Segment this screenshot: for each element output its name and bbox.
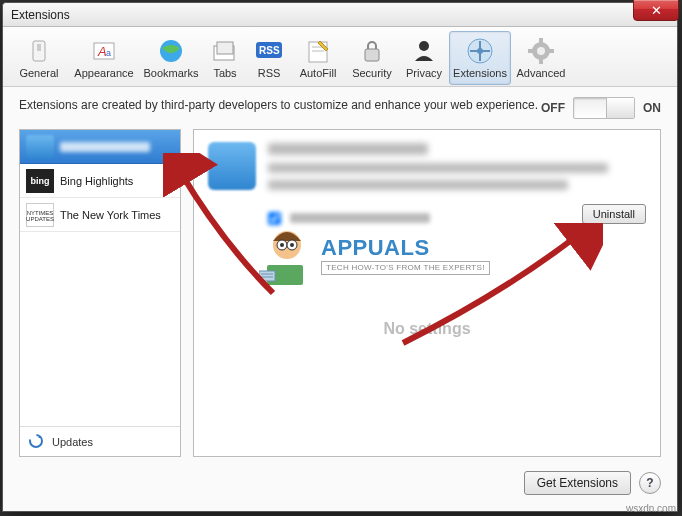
sidebar-spacer [20,232,180,426]
get-extensions-button[interactable]: Get Extensions [524,471,631,495]
extension-title-block [268,142,646,195]
switch-off-label: OFF [541,101,565,115]
uninstall-button[interactable]: Uninstall [582,204,646,224]
footer: Get Extensions ? [3,465,677,495]
svg-point-18 [537,47,545,55]
extensions-main: bing Bing Highlights NYTIMESUPDATES The … [3,129,677,465]
svg-point-16 [477,48,483,54]
privacy-icon [410,37,438,65]
titlebar: Extensions ✕ [3,3,677,27]
extension-item-selected[interactable] [20,130,180,164]
window-title: Extensions [11,8,70,22]
svg-rect-21 [528,49,533,53]
toggle-switch[interactable] [573,97,635,119]
source-watermark: wsxdn.com [626,503,676,514]
preferences-toolbar: General Aa Appearance Bookmarks Tabs RSS… [3,27,677,87]
lock-icon [358,37,386,65]
switch-on-label: ON [643,101,661,115]
svg-rect-1 [37,44,41,51]
help-button[interactable]: ? [639,472,661,494]
tab-appearance[interactable]: Aa Appearance [69,31,139,85]
extensions-description: Extensions are created by third-party de… [19,97,541,114]
extensions-window: Extensions ✕ General Aa Appearance Bookm… [2,2,678,512]
svg-rect-22 [549,49,554,53]
appearance-icon: Aa [90,37,118,65]
updates-row[interactable]: Updates [20,426,180,456]
svg-text:RSS: RSS [259,45,280,56]
close-button[interactable]: ✕ [633,0,679,21]
rss-icon: RSS [255,37,283,65]
extensions-description-row: Extensions are created by third-party de… [3,87,677,129]
extension-icon [26,135,54,159]
extension-header [208,142,646,195]
tab-privacy[interactable]: Privacy [399,31,449,85]
autofill-icon [304,37,332,65]
close-icon: ✕ [651,3,662,18]
svg-rect-13 [365,49,379,61]
extension-label-blurred [60,142,150,152]
tab-tabs[interactable]: Tabs [203,31,247,85]
nyt-icon: NYTIMESUPDATES [26,203,54,227]
extension-option-checkbox[interactable] [268,212,281,225]
tab-advanced[interactable]: Advanced [511,31,571,85]
tab-security[interactable]: Security [345,31,399,85]
toggle-knob [606,98,634,118]
extensions-list: bing Bing Highlights NYTIMESUPDATES The … [19,129,181,457]
extension-detail-panel: Uninstall No settings [193,129,661,457]
tab-bookmarks[interactable]: Bookmarks [139,31,203,85]
extensions-icon [466,37,494,65]
extension-large-icon [208,142,256,190]
switch-icon [25,37,53,65]
no-settings-label: No settings [194,320,660,338]
extensions-master-switch: OFF ON [541,97,661,119]
tab-autofill[interactable]: AutoFill [291,31,345,85]
svg-text:a: a [106,48,111,58]
tab-rss[interactable]: RSS RSS [247,31,291,85]
extension-item-bing[interactable]: bing Bing Highlights [20,164,180,198]
tab-general[interactable]: General [9,31,69,85]
globe-icon [157,37,185,65]
tab-extensions[interactable]: Extensions [449,31,511,85]
svg-rect-7 [217,42,233,54]
svg-rect-20 [539,59,543,64]
svg-point-14 [419,41,429,51]
updates-icon [28,433,44,451]
extension-item-nyt[interactable]: NYTIMESUPDATES The New York Times [20,198,180,232]
svg-rect-19 [539,38,543,43]
bing-icon: bing [26,169,54,193]
tabs-icon [211,37,239,65]
gear-icon [527,37,555,65]
